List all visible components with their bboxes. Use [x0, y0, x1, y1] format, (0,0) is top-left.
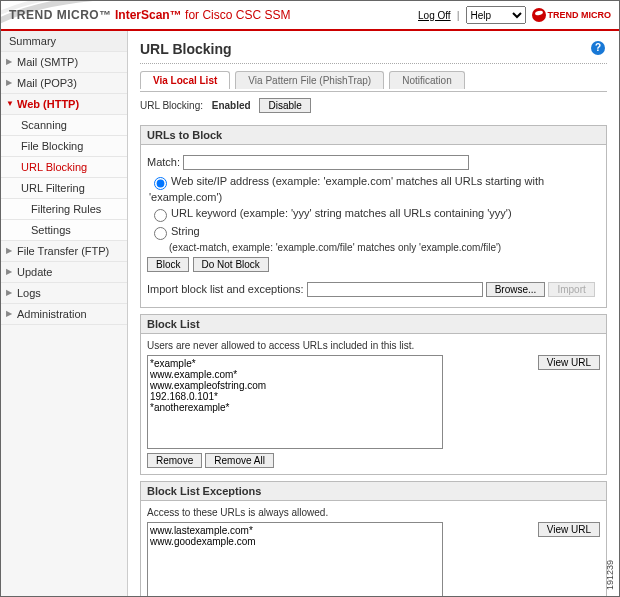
block-list-exceptions-header: Block List Exceptions [140, 481, 607, 501]
page-title: URL Blocking ? [140, 37, 607, 61]
sidebar-item-file-transfer[interactable]: File Transfer (FTP) [1, 241, 127, 262]
sidebar-item-logs[interactable]: Logs [1, 283, 127, 304]
sidebar-item-update[interactable]: Update [1, 262, 127, 283]
trend-logo-icon [532, 8, 546, 22]
sidebar-item-administration[interactable]: Administration [1, 304, 127, 325]
block-list-remove-button[interactable]: Remove [147, 453, 202, 468]
sidebar-item-filtering-rules[interactable]: Filtering Rules [1, 199, 127, 220]
status-value: Enabled [212, 100, 251, 111]
import-path-input[interactable] [307, 282, 483, 297]
exceptions-note: Access to these URLs is always allowed. [147, 507, 600, 518]
exceptions-view-url-button[interactable]: View URL [538, 522, 600, 537]
tab-via-local-list[interactable]: Via Local List [140, 71, 230, 89]
block-list-note: Users are never allowed to access URLs i… [147, 340, 600, 351]
match-label: Match: [147, 156, 180, 168]
brand-text: TREND MICRO™ InterScan™ for Cisco CSC SS… [9, 8, 290, 22]
logoff-link[interactable]: Log Off [418, 10, 451, 21]
sidebar: Summary Mail (SMTP) Mail (POP3) Web (HTT… [1, 31, 128, 597]
sidebar-item-mail-pop3[interactable]: Mail (POP3) [1, 73, 127, 94]
match-input[interactable] [183, 155, 469, 170]
sidebar-item-url-filtering[interactable]: URL Filtering [1, 178, 127, 199]
import-label: Import block list and exceptions: [147, 283, 304, 295]
radio-url-keyword[interactable]: URL keyword (example: 'yyy' string match… [149, 206, 600, 222]
block-list-remove-all-button[interactable]: Remove All [205, 453, 274, 468]
block-button[interactable]: Block [147, 257, 189, 272]
radio-website[interactable]: Web site/IP address (example: 'example.c… [149, 174, 600, 204]
block-list-textarea[interactable] [147, 355, 443, 449]
status-label: URL Blocking: [140, 100, 203, 111]
sidebar-item-scanning[interactable]: Scanning [1, 115, 127, 136]
sidebar-item-settings[interactable]: Settings [1, 220, 127, 241]
image-id-label: 191239 [605, 560, 615, 590]
separator: | [457, 9, 460, 21]
sidebar-item-file-blocking[interactable]: File Blocking [1, 136, 127, 157]
tab-notification[interactable]: Notification [389, 71, 464, 89]
help-dropdown[interactable]: Help [466, 6, 526, 24]
tab-via-pattern-file[interactable]: Via Pattern File (PhishTrap) [235, 71, 384, 89]
do-not-block-button[interactable]: Do Not Block [193, 257, 269, 272]
block-list-header: Block List [140, 314, 607, 334]
disable-button[interactable]: Disable [259, 98, 310, 113]
urls-to-block-header: URLs to Block [140, 125, 607, 145]
exceptions-textarea[interactable] [147, 522, 443, 597]
trend-micro-logo: TREND MICRO [532, 8, 612, 22]
radio-string-desc: (exact-match, example: 'example.com/file… [169, 242, 600, 253]
sidebar-item-mail-smtp[interactable]: Mail (SMTP) [1, 52, 127, 73]
radio-string[interactable]: String [149, 224, 600, 240]
help-icon[interactable]: ? [591, 41, 605, 55]
sidebar-item-summary[interactable]: Summary [1, 31, 127, 52]
block-list-view-url-button[interactable]: View URL [538, 355, 600, 370]
browse-button[interactable]: Browse... [486, 282, 546, 297]
sidebar-item-url-blocking[interactable]: URL Blocking [1, 157, 127, 178]
import-button[interactable]: Import [548, 282, 594, 297]
sidebar-item-web-http[interactable]: Web (HTTP) [1, 94, 127, 115]
